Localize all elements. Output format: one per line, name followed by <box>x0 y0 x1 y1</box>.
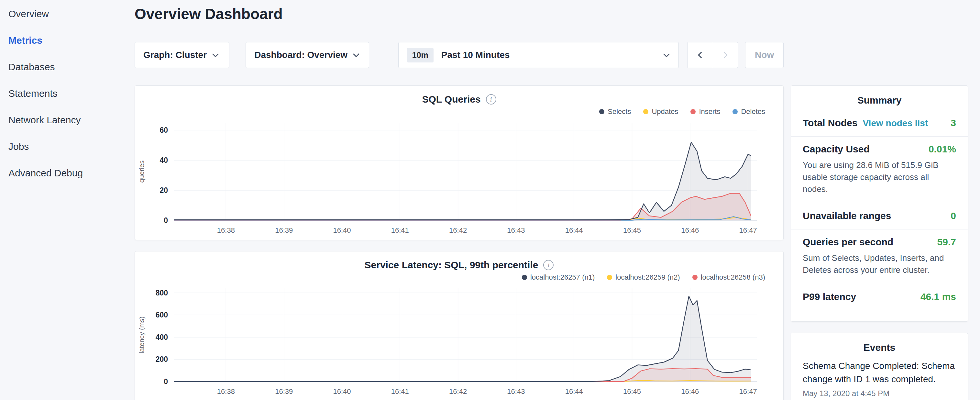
sql-queries-chart[interactable]: 16:3816:3916:4016:4116:4216:4316:4416:45… <box>135 118 771 239</box>
legend-label: localhost:26257 (n1) <box>530 273 595 282</box>
svg-text:40: 40 <box>159 156 168 164</box>
legend-dot-icon <box>690 109 695 114</box>
svg-text:16:38: 16:38 <box>217 387 235 395</box>
legend-label: Deletes <box>741 107 765 116</box>
sidebar-item-overview[interactable]: Overview <box>8 1 126 27</box>
sidebar-item-label: Advanced Debug <box>8 167 83 178</box>
dashboard-label: Dashboard: Overview <box>254 50 347 60</box>
sidebar-item-statements[interactable]: Statements <box>8 80 126 107</box>
legend-dot-icon <box>607 275 612 280</box>
sidebar-item-label: Network Latency <box>8 115 81 126</box>
legend-label: localhost:26258 (n3) <box>701 273 765 282</box>
summary-label: Total Nodes <box>803 118 858 128</box>
legend-dot-icon <box>643 109 648 114</box>
view-nodes-list-link[interactable]: View nodes list <box>862 118 928 128</box>
time-range-dropdown[interactable]: 10m Past 10 Minutes <box>398 42 679 68</box>
legend-item[interactable]: Deletes <box>732 107 765 116</box>
svg-text:16:40: 16:40 <box>333 226 351 234</box>
legend-item[interactable]: Selects <box>599 107 631 116</box>
svg-text:16:43: 16:43 <box>507 387 525 395</box>
graph-scope-dropdown[interactable]: Graph: Cluster <box>135 42 229 68</box>
svg-text:0: 0 <box>164 216 168 225</box>
now-button[interactable]: Now <box>745 42 784 68</box>
summary-row-queries-per-second: Queries per second 59.7 Sum of Selects, … <box>791 229 968 284</box>
chevron-left-icon <box>698 52 704 58</box>
summary-title: Summary <box>791 86 968 110</box>
legend-dot-icon <box>522 275 527 280</box>
dashboard-dropdown[interactable]: Dashboard: Overview <box>245 42 369 68</box>
svg-text:16:45: 16:45 <box>623 387 641 395</box>
summary-label: Queries per second <box>803 237 893 247</box>
time-pager <box>687 42 738 68</box>
svg-text:latency (ms): latency (ms) <box>138 317 145 354</box>
event-message: Schema Change Completed: Schema change w… <box>803 360 956 386</box>
chart-title: Service Latency: SQL, 99th percentile <box>364 260 538 271</box>
event-item: Schema Change Completed: Schema change w… <box>791 358 968 398</box>
legend-item[interactable]: Inserts <box>690 107 720 116</box>
svg-text:800: 800 <box>156 288 168 297</box>
summary-value: 59.7 <box>937 237 956 247</box>
svg-text:queries: queries <box>138 161 145 183</box>
summary-row-unavailable-ranges: Unavailable ranges 0 <box>791 203 968 229</box>
info-icon[interactable] <box>543 260 554 270</box>
sidebar-item-label: Overview <box>8 8 49 19</box>
legend-item[interactable]: localhost:26257 (n1) <box>522 273 595 282</box>
legend-label: Inserts <box>699 107 720 116</box>
svg-text:16:41: 16:41 <box>391 226 409 234</box>
sidebar-item-label: Jobs <box>8 141 29 152</box>
svg-text:400: 400 <box>156 333 168 341</box>
summary-label: Unavailable ranges <box>803 210 891 222</box>
time-prev-button[interactable] <box>687 42 713 68</box>
svg-text:16:41: 16:41 <box>391 387 409 395</box>
legend-label: localhost:26259 (n2) <box>616 273 680 282</box>
summary-value: 46.1 ms <box>921 291 956 302</box>
legend-dot-icon <box>732 109 738 114</box>
svg-text:16:44: 16:44 <box>565 226 583 234</box>
chart-legend: SelectsUpdatesInsertsDeletes <box>135 106 783 118</box>
sidebar-item-databases[interactable]: Databases <box>8 54 126 80</box>
svg-text:16:39: 16:39 <box>275 226 293 234</box>
events-title: Events <box>791 333 968 358</box>
time-next-button[interactable] <box>713 42 738 68</box>
info-icon[interactable] <box>486 94 496 105</box>
sidebar-item-label: Databases <box>8 62 55 72</box>
graph-scope-label: Graph: Cluster <box>143 50 207 60</box>
summary-row-capacity-used: Capacity Used 0.01% You are using 28.6 M… <box>791 137 968 203</box>
right-column: Summary Total NodesView nodes list 3 Cap… <box>791 85 968 400</box>
svg-text:16:45: 16:45 <box>623 226 641 234</box>
svg-text:16:42: 16:42 <box>449 226 467 234</box>
svg-text:16:38: 16:38 <box>217 226 235 234</box>
svg-text:16:46: 16:46 <box>681 387 699 395</box>
summary-panel: Summary Total NodesView nodes list 3 Cap… <box>791 85 968 322</box>
events-panel: Events Schema Change Completed: Schema c… <box>791 333 968 400</box>
svg-text:200: 200 <box>156 355 168 363</box>
page-title: Overview Dashboard <box>135 5 784 23</box>
summary-value: 3 <box>951 118 956 129</box>
svg-text:0: 0 <box>164 377 168 386</box>
legend-item[interactable]: localhost:26259 (n2) <box>607 273 680 282</box>
summary-label: Capacity Used <box>803 144 870 155</box>
svg-text:16:47: 16:47 <box>739 387 757 395</box>
legend-item[interactable]: Updates <box>643 107 678 116</box>
summary-value: 0.01% <box>929 144 956 155</box>
summary-subtext: Sum of Selects, Updates, Inserts, and De… <box>803 252 956 276</box>
sidebar-item-metrics[interactable]: Metrics <box>8 27 126 54</box>
legend-label: Selects <box>608 107 631 116</box>
service-latency-chart-panel: Service Latency: SQL, 99th percentile lo… <box>135 251 784 400</box>
sql-queries-chart-panel: SQL Queries SelectsUpdatesInsertsDeletes… <box>135 85 784 240</box>
summary-subtext: You are using 28.6 MiB of 515.9 GiB usab… <box>803 159 956 195</box>
legend-item[interactable]: localhost:26258 (n3) <box>692 273 765 282</box>
svg-text:16:39: 16:39 <box>275 387 293 395</box>
chart-legend: localhost:26257 (n1)localhost:26259 (n2)… <box>135 271 783 283</box>
sidebar-item-advanced-debug[interactable]: Advanced Debug <box>8 160 126 186</box>
time-range-label: Past 10 Minutes <box>441 50 510 60</box>
sidebar-item-network-latency[interactable]: Network Latency <box>8 107 126 133</box>
main-content: Overview Dashboard Graph: Cluster Dashbo… <box>135 0 784 400</box>
service-latency-chart[interactable]: 16:3816:3916:4016:4116:4216:4316:4416:45… <box>135 284 771 400</box>
chart-title: SQL Queries <box>422 94 480 105</box>
legend-dot-icon <box>692 275 698 280</box>
sidebar-item-label: Metrics <box>8 35 42 46</box>
summary-row-total-nodes: Total NodesView nodes list 3 <box>791 110 968 137</box>
sidebar-item-jobs[interactable]: Jobs <box>8 133 126 160</box>
svg-text:60: 60 <box>159 126 168 134</box>
